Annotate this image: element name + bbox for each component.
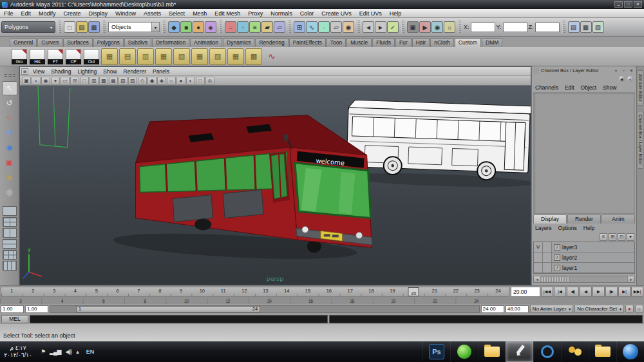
menu-item[interactable]: File: [0, 10, 17, 17]
layer-visibility-toggle[interactable]: [534, 252, 543, 262]
create-layer-from-selected-icon[interactable]: ⊡: [618, 233, 625, 241]
selection-mode-dropdown[interactable]: Polygons ▾: [1, 21, 55, 33]
taskbar-clock[interactable]: ٤:١٧ م ٢٠١٢/٠٦/١٠: [0, 343, 36, 360]
gate-mask-icon[interactable]: ▩: [99, 77, 108, 85]
make-live-icon[interactable]: ◉: [343, 21, 354, 33]
select-lines-icon[interactable]: ≡: [249, 21, 261, 33]
layer-row[interactable]: V / layer3: [534, 242, 634, 252]
toolbox-grip[interactable]: [5, 74, 15, 77]
network-icon[interactable]: ▂▄▆: [50, 348, 61, 355]
shelf-item[interactable]: ▤: [119, 48, 136, 65]
channel-speed-icon[interactable]: ◐: [627, 76, 633, 82]
bookmark-icon[interactable]: ▾: [51, 77, 60, 85]
menu-item[interactable]: Window: [111, 10, 140, 17]
menu-item[interactable]: Normals: [267, 10, 296, 17]
range-slider-track[interactable]: 1 24: [50, 305, 480, 313]
xray-icon[interactable]: ◐: [186, 77, 195, 85]
coordinate-input[interactable]: [471, 23, 495, 32]
shelf-item[interactable]: His: [29, 48, 46, 65]
exposure-icon[interactable]: ◎: [205, 77, 214, 85]
menu-item[interactable]: Proxy: [244, 10, 267, 17]
viewport-menu-item[interactable]: Lighting: [74, 68, 100, 75]
layer-name[interactable]: / layer2: [552, 252, 634, 262]
attribute-editor-toggle-icon[interactable]: ▤: [568, 21, 580, 33]
shadows-icon[interactable]: ●: [176, 77, 185, 85]
move-tool[interactable]: ✚: [2, 126, 17, 140]
shelf-tab[interactable]: Deformation: [152, 38, 189, 47]
viewport-canvas[interactable]: welcome: [20, 86, 531, 285]
menu-item[interactable]: Assets: [140, 10, 165, 17]
go-to-start-button[interactable]: |◀◀: [541, 287, 553, 297]
shelf-item[interactable]: Out: [83, 48, 100, 65]
render-view-icon[interactable]: ▣: [407, 21, 419, 33]
paint-select-tool[interactable]: ∿: [2, 111, 17, 125]
photoshop-taskbar-button[interactable]: Ps: [422, 341, 450, 362]
separator-grip[interactable]: [562, 21, 565, 33]
viewport-menu-item[interactable]: Show: [100, 68, 120, 75]
layer-options-icon[interactable]: ▾: [627, 233, 634, 241]
sidebar-vertical-tab[interactable]: Channel Box / Layer Editor: [638, 111, 643, 169]
select-object-icon[interactable]: ■: [180, 21, 192, 33]
menu-item[interactable]: Help: [386, 10, 406, 17]
use-all-lights-icon[interactable]: ☼: [167, 77, 176, 85]
language-indicator[interactable]: EN: [83, 348, 98, 355]
menu-item[interactable]: Select: [165, 10, 189, 17]
menu-item[interactable]: Color: [296, 10, 318, 17]
select-camera-icon[interactable]: ▣: [22, 77, 31, 85]
input-connections-icon[interactable]: ◄: [363, 21, 374, 33]
shelf-item[interactable]: ▩: [245, 48, 262, 65]
separator-grip[interactable]: [288, 21, 291, 33]
step-forward-key-button[interactable]: |▶: [605, 287, 618, 297]
auto-key-icon[interactable]: ●: [625, 305, 634, 313]
snap-curve-icon[interactable]: ∿: [306, 21, 317, 33]
tool-settings-toggle-icon[interactable]: ▦: [580, 21, 592, 33]
separator-grip[interactable]: [458, 21, 461, 33]
lasso-select-tool[interactable]: ↺: [2, 96, 17, 110]
coordinate-input[interactable]: [503, 23, 527, 32]
hidden-icons-chevron[interactable]: ▴: [76, 348, 79, 355]
coordinate-input[interactable]: [535, 23, 560, 32]
panel-menu-icon[interactable]: ▦: [21, 68, 28, 75]
playback-end-field[interactable]: 24.00: [481, 305, 504, 313]
menu-item[interactable]: Edit: [17, 10, 35, 17]
play-backwards-button[interactable]: ◀: [580, 287, 592, 297]
select-faces-icon[interactable]: ▰: [261, 21, 273, 33]
explorer-taskbar-button[interactable]: [478, 341, 506, 362]
shelf-tab[interactable]: Surfaces: [63, 38, 93, 47]
channel-box-menu-item[interactable]: Show: [600, 84, 620, 91]
menu-item[interactable]: Create UVs: [317, 10, 355, 17]
shelf-item[interactable]: Gro: [11, 48, 28, 65]
shaded-icon[interactable]: ◆: [147, 77, 156, 85]
scrollbar-handle[interactable]: [542, 277, 570, 281]
time-slider-track[interactable]: 123456789101112131415161718192021222324 …: [1, 287, 509, 297]
shelf-tab[interactable]: Fur: [395, 38, 412, 47]
open-scene-icon[interactable]: ▤: [76, 21, 88, 33]
layout-four-pane[interactable]: [3, 217, 17, 227]
layer-editor-menu-item[interactable]: Options: [555, 225, 580, 231]
layer-playback-toggle[interactable]: [543, 252, 552, 262]
separator-grip[interactable]: [401, 21, 404, 33]
output-connections-icon[interactable]: ►: [375, 21, 386, 33]
shelf-item[interactable]: ▦: [227, 48, 244, 65]
layer-visibility-toggle[interactable]: [534, 263, 543, 272]
snap-grid-icon[interactable]: ⊞: [294, 21, 305, 33]
shelf-item[interactable]: ▦: [191, 48, 208, 65]
select-points-icon[interactable]: ∴: [225, 21, 236, 33]
channel-manip-icon[interactable]: ◉: [619, 76, 625, 82]
panel-menu-icon[interactable]: ▪: [613, 68, 619, 73]
minimize-button[interactable]: –: [614, 1, 623, 8]
shelf-tab[interactable]: Muscle: [346, 38, 372, 47]
soft-mod-tool[interactable]: ◎: [2, 185, 17, 199]
action-center-icon[interactable]: ⚑: [41, 348, 45, 355]
separator-grip[interactable]: [219, 21, 222, 33]
layer-sort-icon[interactable]: ≡: [600, 233, 607, 241]
viewport-menu-item[interactable]: Shading: [48, 68, 74, 75]
shelf-item[interactable]: ▦: [101, 48, 118, 65]
snap-point-icon[interactable]: ∙: [318, 21, 330, 33]
panel-float-icon[interactable]: ▫: [621, 68, 627, 73]
menu-item[interactable]: Edit Mesh: [211, 10, 244, 17]
create-empty-layer-icon[interactable]: ⊞: [609, 233, 616, 241]
lock-camera-icon[interactable]: ▪: [32, 77, 41, 85]
shelf-item[interactable]: ∿: [263, 48, 280, 65]
select-asset-icon[interactable]: ◈: [205, 21, 216, 33]
